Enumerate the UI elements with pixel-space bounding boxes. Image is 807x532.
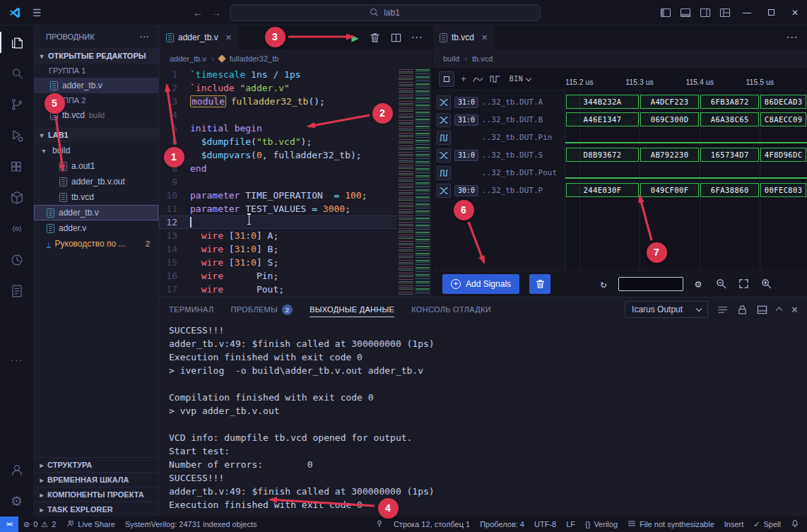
synthesis-status[interactable]: File not synthesizable	[623, 516, 719, 532]
explorer-icon[interactable]	[0, 27, 34, 58]
code-line-2[interactable]: 2`include "adder.v"	[159, 81, 432, 95]
select-tool-button[interactable]	[439, 71, 454, 87]
code-line-16[interactable]: 16 wire Pin;	[159, 269, 432, 283]
zoom-in-button[interactable]	[758, 276, 774, 292]
extensions-icon[interactable]	[0, 151, 34, 182]
wave-track-area[interactable]: 344B232AA4DCF2236FB3A87286DECAD3A46E1347…	[565, 90, 807, 270]
output-channel-select[interactable]: Icarus Output	[625, 301, 708, 318]
waveform-32-tb-dut-pin[interactable]	[565, 129, 807, 146]
wave-settings-icon[interactable]: ⚙	[690, 276, 706, 292]
back-button[interactable]: ←	[193, 7, 203, 18]
toggle-secondary-sidebar-icon[interactable]	[695, 2, 715, 23]
language-status[interactable]: {} Verilog	[580, 516, 623, 532]
output-list-icon[interactable]	[717, 305, 728, 315]
cursor-position[interactable]: Строка 12, столбец 1	[389, 516, 475, 532]
wave-style-icon[interactable]	[473, 75, 483, 83]
tree-item-build[interactable]: ▾build	[34, 143, 158, 158]
tab-adder-tb-v[interactable]: adder_tb.v ✕	[159, 25, 239, 49]
lock-scroll-icon[interactable]	[737, 305, 748, 315]
sidebar-more-button[interactable]: ···	[140, 32, 150, 41]
close-panel-icon[interactable]: ✕	[791, 305, 799, 315]
indexer-status[interactable]: SystemVerilog: 24731 indexed objects	[120, 516, 262, 532]
more-views-icon[interactable]: ···	[0, 343, 34, 374]
code-line-5[interactable]: 5initial begin	[159, 122, 432, 135]
command-center-search[interactable]: lab1	[230, 4, 541, 21]
minimap[interactable]	[396, 68, 432, 297]
settings-gear-icon[interactable]: ⚙	[0, 485, 34, 516]
history-icon[interactable]	[0, 244, 34, 276]
waveform-32-tb-dut-b[interactable]: A46E1347069C300DA6A38C65C8AECC09	[565, 111, 807, 129]
signal-32-tb-dut-b[interactable]: 31:0..32_tb.DUT.B	[432, 111, 565, 129]
menu-icon[interactable]: ☰	[33, 7, 42, 18]
waveform-32-tb-dut-p[interactable]: 244E030F049CF00F6FA3886000FEC803	[565, 182, 807, 199]
clear-output-icon[interactable]	[757, 305, 767, 315]
problems-status[interactable]: ⊘ 0 ⚠ 2	[18, 516, 61, 532]
section-временная-шкала[interactable]: ▸ВРЕМЕННАЯ ШКАЛА	[34, 472, 158, 487]
remote-explorer-icon[interactable]	[0, 182, 34, 213]
code-line-10[interactable]: 10parameter TIME_OPERATION = 100;	[159, 189, 432, 202]
tree-item-adder-tb-v-out[interactable]: adder_tb.v.out	[34, 174, 158, 189]
waveform-32-tb-dut-s[interactable]: D8B93672AB792230165734D74F8D96DC	[565, 146, 807, 164]
add-signals-button[interactable]: + Add Signals	[442, 274, 519, 294]
tree-item-tb-vcd[interactable]: tb.vcd	[34, 189, 158, 205]
code-line-3[interactable]: 3module fulladder32_tb();	[159, 95, 432, 108]
format-select[interactable]: BIN	[509, 75, 531, 83]
remote-indicator[interactable]: ><	[0, 516, 18, 532]
remove-signals-button[interactable]	[529, 274, 550, 294]
editor-more-button[interactable]: ···	[412, 32, 424, 42]
spell-status[interactable]: ✓ Spell	[748, 516, 786, 532]
breadcrumb-file[interactable]: tb.vcd	[472, 54, 493, 63]
signal-32-tb-dut-a[interactable]: 31:0..32_tb.DUT.A	[432, 93, 565, 111]
live-share-icon[interactable]	[0, 213, 34, 244]
run-file-button[interactable]: ▶	[352, 32, 359, 43]
waveform-32-tb-dut-a[interactable]: 344B232AA4DCF2236FB3A87286DECAD3	[565, 93, 807, 111]
code-line-6[interactable]: 6 $dumpfile("tb.vcd");	[159, 135, 432, 148]
signal-32-tb-dut-s[interactable]: 31:0..32_tb.DUT.S	[432, 146, 565, 164]
panel-tab-выходные-данные[interactable]: ВЫХОДНЫЕ ДАННЫЕ	[310, 297, 394, 321]
code-line-1[interactable]: 1`timescale 1ns / 1ps	[159, 68, 432, 81]
tree-item-adder-tb-v[interactable]: adder_tb.v	[34, 205, 158, 220]
encoding-status[interactable]: UTF-8	[529, 516, 561, 532]
close-button[interactable]: ✕	[783, 0, 807, 25]
breadcrumb-folder[interactable]: build	[443, 54, 459, 63]
code-line-9[interactable]: 9	[159, 175, 432, 189]
code-line-17[interactable]: 17 wire Pout;	[159, 283, 432, 296]
editor-more-button[interactable]: ···	[787, 32, 799, 42]
live-share-status[interactable]: Live Share	[61, 516, 120, 532]
insert-mode-status[interactable]: Insert	[719, 516, 749, 532]
tree-item-руководство-по[interactable]: ↓Руководство по ...2	[34, 236, 158, 252]
toggle-sidebar-icon[interactable]	[656, 2, 676, 23]
tab-tb-vcd[interactable]: tb.vcd ✕	[432, 25, 495, 49]
signal-32-tb-dut-p[interactable]: 30:0..32_tb.DUT.P	[432, 182, 565, 199]
section-task-explorer[interactable]: ▸TASK EXPLORER	[34, 502, 158, 516]
source-control-icon[interactable]	[0, 89, 34, 120]
minimize-button[interactable]: —	[735, 0, 759, 25]
code-line-11[interactable]: 11parameter TEST_VALUES = 3000;	[159, 202, 432, 215]
signal-32-tb-dut-pout[interactable]: 31:0..32_tb.DUT.Pout	[432, 164, 565, 182]
close-icon[interactable]: ✕	[225, 33, 232, 42]
maximize-panel-icon[interactable]	[776, 307, 783, 314]
indentation-status[interactable]: Пробелов: 4	[475, 516, 529, 532]
output-lines[interactable]: SUCCESS!!!adder_tb.v:49: $finish called …	[159, 321, 807, 516]
tree-item-a-out1[interactable]: a.out1	[34, 158, 158, 174]
waveform-32-tb-dut-pout[interactable]	[565, 164, 807, 182]
workspace-header[interactable]: ▾ LAB1	[34, 127, 158, 143]
zoom-fit-button[interactable]	[736, 276, 751, 292]
search-sidebar-icon[interactable]	[0, 58, 34, 89]
tree-item-adder-v[interactable]: adder.v	[34, 220, 158, 236]
trash-icon[interactable]	[370, 32, 380, 43]
code-line-13[interactable]: 13 wire [31:0] A;	[159, 229, 432, 242]
open-editor-adder-tb-v[interactable]: adder_tb.v	[34, 78, 158, 93]
ports-status[interactable]	[370, 516, 389, 532]
close-icon[interactable]: ✕	[481, 33, 488, 42]
notebook-icon[interactable]	[0, 276, 34, 307]
code-editor[interactable]: 1`timescale 1ns / 1ps2`include "adder.v"…	[159, 68, 432, 297]
panel-tab-терминал[interactable]: ТЕРМИНАЛ	[169, 297, 213, 321]
code-line-15[interactable]: 15 wire [31:0] S;	[159, 256, 432, 269]
section-компоненты-проекта[interactable]: ▸КОМПОНЕНТЫ ПРОЕКТА	[34, 487, 158, 502]
signal-32-tb-dut-pin[interactable]: 31:0..32_tb.DUT.Pin	[432, 129, 565, 146]
code-line-14[interactable]: 14 wire [31:0] B;	[159, 242, 432, 256]
split-editor-icon[interactable]	[391, 32, 401, 43]
zoom-out-button[interactable]	[713, 276, 729, 292]
maximize-button[interactable]	[759, 0, 783, 25]
